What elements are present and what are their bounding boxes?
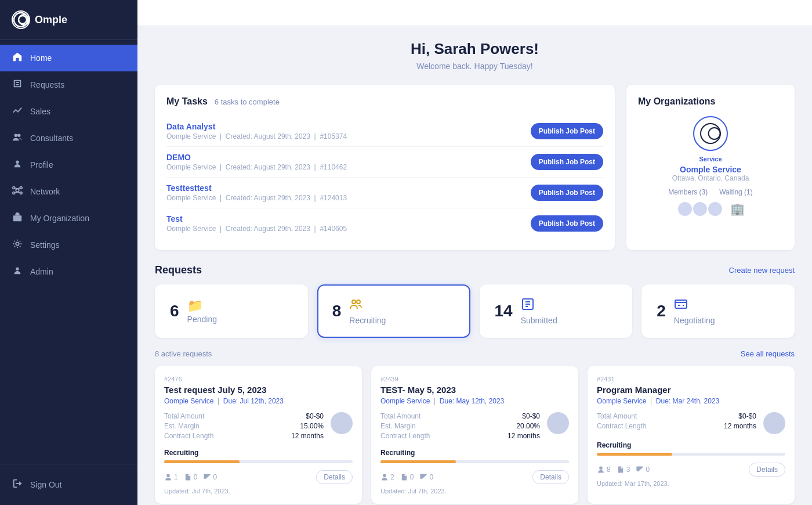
svg-point-5 <box>16 189 19 192</box>
task-title-4[interactable]: Test <box>166 214 347 223</box>
negotiating-label: Negotiating <box>674 316 715 325</box>
svg-point-7 <box>20 187 23 189</box>
logo[interactable]: Omple <box>0 0 137 40</box>
req-stat-comments-1: 0 <box>203 473 217 481</box>
req-footer-3: 8 3 0 Details <box>597 463 785 477</box>
publish-button-2[interactable]: Publish Job Post <box>531 154 603 170</box>
progress-bar-2 <box>380 460 569 463</box>
publish-button-1[interactable]: Publish Job Post <box>531 123 603 139</box>
task-row-4: Test Oomple Service | Created: August 29… <box>166 208 603 239</box>
status-card-pending[interactable]: 6 📁 Pending <box>155 284 308 338</box>
req-title-1[interactable]: Test request July 5, 2023 <box>164 385 353 395</box>
sign-out-icon <box>12 478 23 491</box>
req-stat-comments-2: 0 <box>419 473 433 481</box>
sidebar-item-settings[interactable]: Settings <box>0 232 137 258</box>
recruiting-icon <box>349 297 386 315</box>
req-title-2[interactable]: TEST- May 5, 2023 <box>380 385 569 395</box>
req-stat-consultants-1: 1 <box>164 473 178 481</box>
svg-point-15 <box>16 242 19 245</box>
svg-line-13 <box>17 192 20 193</box>
org-label: Service <box>638 156 783 163</box>
sidebar-item-consultants[interactable]: Consultants <box>0 125 137 152</box>
svg-point-1 <box>19 16 27 24</box>
org-avatars: 🏢 <box>638 201 783 217</box>
tasks-count: 6 tasks to complete <box>215 98 280 106</box>
task-meta-1: Oomple Service | Created: August 29th, 2… <box>166 132 347 140</box>
status-card-recruiting[interactable]: 8 Recruiting <box>317 284 470 338</box>
publish-button-4[interactable]: Publish Job Post <box>531 215 603 232</box>
task-title-2[interactable]: DEMO <box>166 153 347 162</box>
svg-point-19 <box>357 300 360 304</box>
svg-point-6 <box>13 187 15 189</box>
sidebar-item-profile[interactable]: Profile <box>0 152 137 178</box>
consultants-icon <box>12 132 23 145</box>
sign-out-label: Sign Out <box>30 480 61 489</box>
svg-point-3 <box>17 134 20 137</box>
req-stats-2: 2 0 0 <box>380 473 433 481</box>
task-info-4: Test Oomple Service | Created: August 29… <box>166 214 347 233</box>
task-meta-4: Oomple Service | Created: August 29th, 2… <box>166 225 347 233</box>
admin-icon <box>12 265 23 278</box>
req-details-1: Total Amount$0-$0 Est. Margin15.00% Cont… <box>164 412 353 442</box>
progress-fill-3 <box>597 453 672 456</box>
task-row-3: Testtesttest Oomple Service | Created: A… <box>166 178 603 208</box>
req-stats-3: 8 3 0 <box>597 466 650 474</box>
sidebar-item-network[interactable]: Network <box>0 178 137 205</box>
see-all-link[interactable]: See all requests <box>741 349 795 358</box>
main-content: Hi, Sarah Powers! Welcome back. Happy Tu… <box>137 0 812 505</box>
org-logo[interactable] <box>693 116 728 151</box>
req-details-2: Total Amount$0-$0 Est. Margin20.00% Cont… <box>380 412 569 442</box>
page-title: Hi, Sarah Powers! <box>155 40 795 58</box>
req-footer-1: 1 0 0 Details <box>164 470 353 484</box>
details-button-3[interactable]: Details <box>749 463 785 477</box>
org-logo-inner <box>700 123 721 144</box>
organizations-title: My Organizations <box>638 96 783 107</box>
sidebar-item-sales-label: Sales <box>30 107 50 116</box>
progress-bar-1 <box>164 460 353 463</box>
sidebar-item-sales[interactable]: Sales <box>0 98 137 125</box>
sidebar-item-consultants-label: Consultants <box>30 134 73 143</box>
req-updated-1: Updated: Jul 7th, 2023. <box>164 488 353 495</box>
org-name[interactable]: Oomple Service <box>638 165 783 174</box>
svg-line-10 <box>15 188 18 189</box>
create-new-request-link[interactable]: Create new request <box>729 266 795 275</box>
settings-icon <box>12 239 23 251</box>
sidebar-item-home[interactable]: Home <box>0 45 137 71</box>
page-subtitle: Welcome back. Happy Tuesday! <box>155 62 795 71</box>
req-avatar-3 <box>763 412 785 434</box>
negotiating-info: Negotiating <box>674 297 715 325</box>
details-button-1[interactable]: Details <box>316 470 353 484</box>
sidebar-item-admin[interactable]: Admin <box>0 258 137 285</box>
req-id-2: #2439 <box>380 376 569 383</box>
org-waiting: Waiting (1) <box>719 188 753 196</box>
sign-out-button[interactable]: Sign Out <box>0 471 137 498</box>
req-status-1: Recruiting <box>164 449 353 457</box>
task-title-1[interactable]: Data Analyst <box>166 122 347 131</box>
req-updated-3: Updated: Mar 17th, 2023. <box>597 480 785 487</box>
submitted-info: Submitted <box>521 297 557 325</box>
status-card-submitted[interactable]: 14 Submitted <box>480 284 633 338</box>
task-meta-3: Oomple Service | Created: August 29th, 2… <box>166 194 347 202</box>
details-button-2[interactable]: Details <box>532 470 569 484</box>
svg-line-11 <box>17 188 20 189</box>
request-card-2: #2439 TEST- May 5, 2023 Oomple Service |… <box>371 366 578 504</box>
status-card-negotiating[interactable]: 2 Negotiating <box>641 284 795 338</box>
org-item: Service Oomple Service Ottawa, Ontario, … <box>638 116 783 217</box>
task-info-2: DEMO Oomple Service | Created: August 29… <box>166 153 347 171</box>
sidebar-item-my-organization[interactable]: My Organization <box>0 205 137 232</box>
req-service-2: Oomple Service | Due: May 12th, 2023 <box>380 397 569 405</box>
req-id-3: #2431 <box>597 376 785 383</box>
task-info-3: Testtesttest Oomple Service | Created: A… <box>166 183 347 202</box>
sidebar-item-requests[interactable]: Requests <box>0 71 137 98</box>
publish-button-3[interactable]: Publish Job Post <box>531 185 603 201</box>
sidebar-item-requests-label: Requests <box>30 80 64 89</box>
req-title-3[interactable]: Program Manager <box>597 385 785 395</box>
task-meta-2: Oomple Service | Created: August 29th, 2… <box>166 163 347 171</box>
task-title-3[interactable]: Testtesttest <box>166 183 347 193</box>
req-footer-2: 2 0 0 Details <box>380 470 569 484</box>
recruiting-info: Recruiting <box>349 297 386 325</box>
svg-point-0 <box>14 13 28 27</box>
svg-rect-14 <box>13 215 21 221</box>
avatar-3 <box>707 201 723 217</box>
sidebar-item-home-label: Home <box>30 53 52 63</box>
